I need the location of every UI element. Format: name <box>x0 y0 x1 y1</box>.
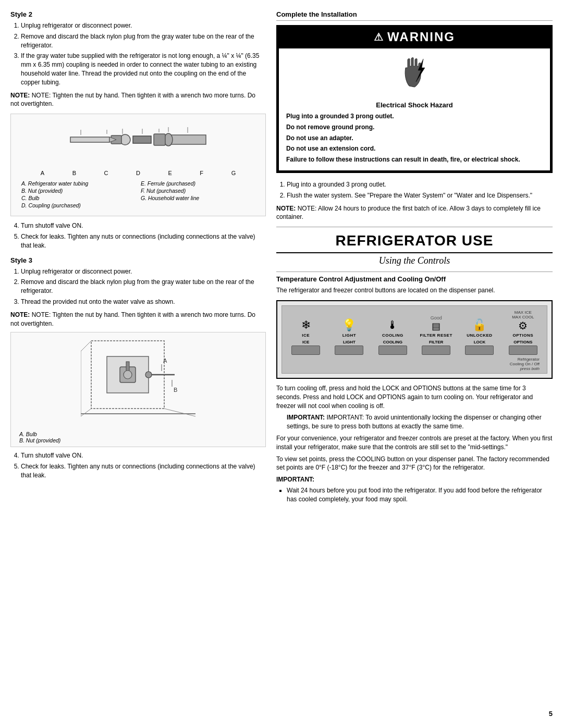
btn-label-options: OPTIONS <box>513 340 532 344</box>
btn-group-cooling: COOLING <box>374 340 411 355</box>
caption-g: G. Household water line <box>141 195 255 201</box>
list-item: Plug into a grounded 3 prong outlet. <box>287 180 553 189</box>
style2-note: NOTE: NOTE: Tighten the nut by hand. The… <box>10 91 266 109</box>
right-column: Complete the Installation ⚠ WARNING Elec… <box>276 10 553 718</box>
control-icons-row: ❄ ICE 💡 LIGHT 🌡 COOLING Good ▤ FILTE <box>284 310 545 338</box>
list-item: Turn shutoff valve ON. <box>21 221 266 230</box>
caption-f: F. Nut (purchased) <box>141 188 255 194</box>
label-b: B <box>72 170 76 176</box>
cooling-button[interactable] <box>378 346 407 355</box>
control-ice: ❄ ICE <box>288 318 324 338</box>
left-column: Style 2 Unplug refrigerator or disconnec… <box>10 10 266 718</box>
list-item: Remove and discard the black nylon plug … <box>21 278 266 295</box>
important-bullets: Wait 24 hours before you put food into t… <box>276 486 553 504</box>
label-g: G <box>231 170 236 176</box>
pipe-diagram: A B C D E F G A. Refrigerator water tubi… <box>10 114 266 216</box>
svg-line-27 <box>81 409 91 416</box>
lock-label: UNLOCKED <box>467 333 492 338</box>
warning-header: ⚠ WARNING <box>278 27 551 47</box>
warning-line-3: Do not use an adapter. <box>286 134 543 143</box>
svg-rect-2 <box>154 134 165 145</box>
svg-line-29 <box>81 341 91 351</box>
control-filter: Good ▤ FILTER RESET <box>418 315 455 338</box>
btn-group-light: LIGHT <box>331 340 368 355</box>
btn-label-cooling: COOLING <box>383 340 402 344</box>
options-icon: ⚙ <box>518 319 528 332</box>
style3-heading: Style 3 <box>10 256 266 264</box>
list-item: Remove and discard the black nylon plug … <box>21 32 266 50</box>
warning-line-5: Failure to follow these instructions can… <box>286 155 543 164</box>
shock-hazard-title: Electrical Shock Hazard <box>286 101 543 109</box>
control-buttons-row: ICE LIGHT COOLING FILTER <box>284 340 545 355</box>
list-item: Wait 24 hours before you put food into t… <box>287 486 553 504</box>
list-item: If the gray water tube supplied with the… <box>21 52 266 87</box>
label-e: E <box>168 170 172 176</box>
shock-hazard-icon <box>286 55 543 97</box>
diagram-labels: A B C D E F G <box>16 168 260 178</box>
label-c: C <box>104 170 108 176</box>
light-icon: 💡 <box>342 318 356 332</box>
caption-d: D. Coupling (purchased) <box>21 202 136 208</box>
filter-button[interactable] <box>422 346 450 355</box>
options-button[interactable] <box>509 346 537 355</box>
btn-group-filter: FILTER <box>418 340 455 355</box>
warning-line-2: Do not remove ground prong. <box>286 123 543 132</box>
lock-icon: 🔓 <box>472 318 486 332</box>
options-label: OPTIONS <box>513 333 534 338</box>
style2-steps: Unplug refrigerator or disconnect power.… <box>10 21 266 87</box>
warning-line-1: Plug into a grounded 3 prong outlet. <box>286 112 543 121</box>
control-panel-inner: ❄ ICE 💡 LIGHT 🌡 COOLING Good ▤ FILTE <box>282 305 547 374</box>
filter-icon: ▤ <box>432 320 440 332</box>
light-button[interactable] <box>335 346 363 355</box>
view-text: To view set points, press the COOLING bu… <box>276 455 553 473</box>
list-item: Thread the provided nut onto the water v… <box>21 298 266 306</box>
list-item: Check for leaks. Tighten any nuts or con… <box>21 462 266 480</box>
cooling-text: To turn cooling off, press and hold the … <box>276 384 553 410</box>
diagram-caption: A. Refrigerator water tubing E. Ferrule … <box>16 178 260 211</box>
svg-point-21 <box>145 372 152 378</box>
btn-label-light: LIGHT <box>343 340 356 344</box>
control-options: MAX ICE MAX COOL ⚙ OPTIONS <box>505 310 541 338</box>
warning-box: ⚠ WARNING Electrical Shock Hazard Plug i… <box>276 25 553 173</box>
complete-install-note: NOTE: NOTE: Allow 24 hours to produce th… <box>276 204 553 222</box>
complete-install-header: Complete the Installation <box>276 10 553 21</box>
cooling-icon: 🌡 <box>387 318 398 332</box>
cooling-off-note: RefrigeratorCooling On / Offpress both <box>284 357 545 371</box>
lock-button[interactable] <box>465 346 494 355</box>
section-divider <box>276 227 553 227</box>
using-controls-heading: Using the Controls <box>276 255 553 266</box>
list-item: Unplug refrigerator or disconnect power. <box>21 267 266 276</box>
caption-e: E. Ferrule (purchased) <box>141 180 255 187</box>
svg-rect-0 <box>169 135 206 144</box>
svg-line-28 <box>164 409 195 416</box>
style2-steps-cont: Turn shutoff valve ON. Check for leaks. … <box>10 221 266 250</box>
important1-text: IMPORTANT: IMPORTANT: To avoid unintenti… <box>276 413 553 431</box>
ice-icon: ❄ <box>301 318 311 332</box>
caption-empty <box>141 202 255 208</box>
caption-c: C. Bulb <box>21 195 136 201</box>
page: Style 2 Unplug refrigerator or disconnec… <box>0 0 563 728</box>
bulb-caption: A. Bulb B. Nut (provided) <box>14 431 262 443</box>
btn-group-ice: ICE <box>288 340 324 355</box>
bulb-svg: A B <box>81 336 195 429</box>
caption-a-bulb: A. Bulb <box>19 431 37 437</box>
section-divider2 <box>276 272 553 272</box>
label-d: D <box>136 170 140 176</box>
factory-text: For your convenience, your refrigerator … <box>276 434 553 452</box>
control-light: 💡 LIGHT <box>331 318 368 338</box>
light-label: LIGHT <box>342 333 357 338</box>
ice-button[interactable] <box>291 346 320 355</box>
warning-triangle-icon: ⚠ <box>374 31 383 43</box>
list-item: Unplug refrigerator or disconnect power. <box>21 21 266 30</box>
btn-group-lock: LOCK <box>461 340 498 355</box>
label-f: F <box>200 170 203 176</box>
bulb-diagram: A B A. Bulb B. Nut (provided) <box>10 332 266 447</box>
caption-b-nut: B. Nut (provided) <box>19 437 60 443</box>
btn-label-ice: ICE <box>302 340 309 344</box>
svg-rect-18 <box>126 362 129 371</box>
refrigerator-use-heading: REFRIGERATOR USE <box>276 232 553 253</box>
btn-label-lock: LOCK <box>474 340 486 344</box>
btn-group-options: OPTIONS <box>505 340 541 355</box>
caption-b: B. Nut (provided) <box>21 188 136 194</box>
style3-steps-cont: Turn shutoff valve ON. Check for leaks. … <box>10 451 266 479</box>
